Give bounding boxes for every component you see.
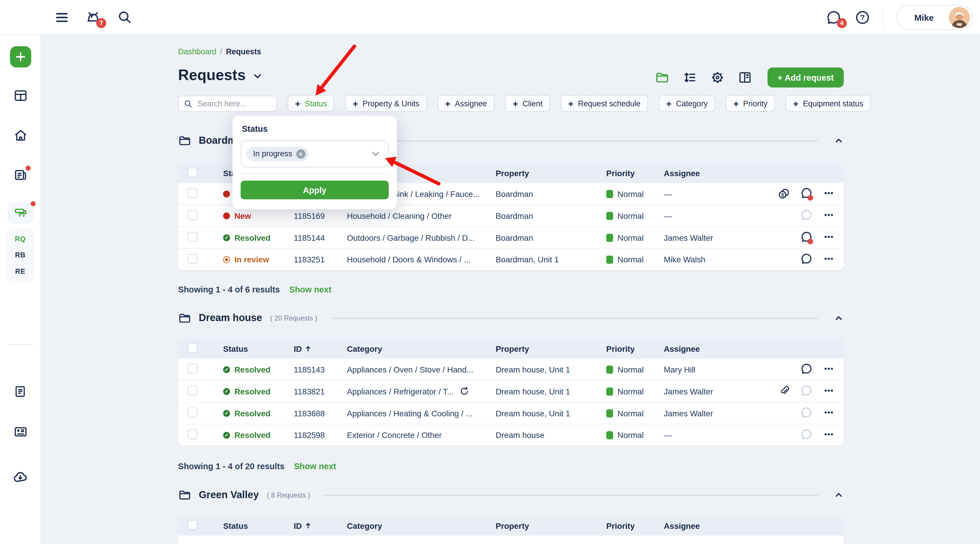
group-by-folder-icon[interactable] bbox=[655, 70, 670, 85]
chat-bubble-icon[interactable] bbox=[800, 210, 813, 222]
filter-chip-equipment-status[interactable]: +Equipment status bbox=[786, 95, 871, 112]
section-divider-line bbox=[325, 495, 818, 495]
filter-chip-priority[interactable]: +Priority bbox=[726, 95, 775, 112]
request-assignee: James Walter bbox=[651, 233, 736, 242]
row-actions-ellipsis-icon[interactable] bbox=[822, 210, 835, 222]
collapse-chevron-up-icon[interactable] bbox=[834, 490, 843, 500]
breadcrumb: Dashboard / Requests bbox=[178, 48, 844, 56]
paperclip-icon[interactable] bbox=[778, 385, 790, 398]
sidebar-item-home[interactable] bbox=[12, 127, 29, 144]
show-next-link[interactable]: Show next bbox=[289, 285, 331, 294]
table-row[interactable]: Resolved1183821Appliances / Refrigerator… bbox=[178, 380, 844, 402]
select-chevron-down-icon[interactable] bbox=[371, 149, 380, 159]
chat-bubble-icon[interactable] bbox=[800, 407, 813, 420]
messages-icon[interactable]: 4 bbox=[826, 9, 842, 25]
layout-panel-icon[interactable] bbox=[738, 70, 752, 85]
sidebar-item-dashboard[interactable] bbox=[12, 87, 29, 104]
row-checkbox[interactable] bbox=[188, 188, 197, 198]
row-actions-ellipsis-icon[interactable] bbox=[822, 385, 835, 398]
sort-icon[interactable] bbox=[682, 70, 697, 85]
column-header-id[interactable]: ID bbox=[279, 521, 332, 530]
sidebar-item-documents[interactable] bbox=[12, 383, 29, 399]
select-all-checkbox[interactable] bbox=[188, 167, 197, 177]
filter-chip-property-units[interactable]: +Property & Units bbox=[345, 95, 427, 112]
search-icon[interactable] bbox=[116, 9, 133, 25]
sidebar-item-downloads[interactable] bbox=[12, 469, 29, 485]
quick-add-button[interactable] bbox=[10, 46, 31, 67]
filter-chip-label: Equipment status bbox=[803, 99, 864, 108]
select-all-checkbox[interactable] bbox=[188, 343, 197, 353]
status-badge: Resolved bbox=[223, 409, 279, 418]
user-name: Mike bbox=[914, 12, 943, 22]
apply-button[interactable]: Apply bbox=[241, 181, 389, 199]
sidebar-shortcut-rq[interactable]: RQ bbox=[15, 235, 26, 242]
sidebar-shortcut-rb[interactable]: RB bbox=[15, 251, 25, 259]
table-row[interactable]: Resolved1185143Appliances / Oven / Stove… bbox=[178, 358, 844, 380]
priority-color-icon bbox=[606, 365, 613, 373]
sort-asc-icon bbox=[302, 521, 312, 530]
plus-icon: + bbox=[353, 99, 358, 108]
title-chevron-down-icon[interactable] bbox=[252, 71, 263, 82]
svg-text:$: $ bbox=[781, 192, 784, 198]
row-checkbox[interactable] bbox=[188, 210, 197, 220]
chat-bubble-icon[interactable] bbox=[800, 363, 813, 376]
row-actions-ellipsis-icon[interactable] bbox=[822, 429, 835, 441]
sidebar-item-contacts[interactable] bbox=[12, 424, 29, 440]
request-property: Boardman bbox=[482, 233, 594, 242]
breadcrumb-separator: / bbox=[220, 48, 222, 56]
sidebar-item-requests[interactable] bbox=[7, 202, 33, 224]
row-checkbox[interactable] bbox=[188, 407, 197, 417]
requests-notification-dot bbox=[30, 201, 35, 206]
filter-chip-client[interactable]: +Client bbox=[505, 95, 550, 112]
chat-bubble-icon[interactable] bbox=[800, 188, 813, 200]
alarm-icon[interactable]: 7 bbox=[85, 9, 102, 25]
table-row[interactable]: In review1183251Household / Doors & Wind… bbox=[178, 248, 844, 270]
row-checkbox[interactable] bbox=[188, 364, 197, 374]
column-header-id[interactable]: ID bbox=[279, 344, 332, 353]
table-row[interactable]: Resolved1183688Appliances / Heating & Co… bbox=[178, 402, 844, 424]
filter-chip-assignee[interactable]: +Assignee bbox=[438, 95, 495, 112]
chat-bubble-icon[interactable] bbox=[800, 253, 813, 266]
add-request-button[interactable]: + Add request bbox=[768, 67, 844, 87]
breadcrumb-dashboard-link[interactable]: Dashboard bbox=[178, 48, 216, 56]
column-header-priority: Priority bbox=[594, 344, 651, 353]
row-checkbox[interactable] bbox=[188, 232, 197, 242]
chat-bubble-icon[interactable] bbox=[800, 231, 813, 244]
results-footer-dream-house: Showing 1 - 4 of 20 results Show next bbox=[178, 462, 336, 471]
status-select[interactable]: In progress ✕ bbox=[241, 140, 389, 167]
svg-text:?: ? bbox=[860, 13, 865, 21]
plus-icon: + bbox=[666, 99, 672, 108]
request-category: Appliances / Refrigerator / T... bbox=[347, 387, 454, 396]
select-all-checkbox[interactable] bbox=[188, 520, 197, 530]
search-input[interactable] bbox=[196, 99, 272, 108]
filter-chip-label: Status bbox=[305, 99, 327, 108]
filter-chip-status[interactable]: +Status bbox=[288, 95, 334, 112]
coins-icon[interactable]: $ bbox=[778, 188, 790, 200]
help-icon[interactable]: ? bbox=[854, 9, 871, 25]
collapse-chevron-up-icon[interactable] bbox=[834, 135, 843, 145]
remove-status-icon[interactable]: ✕ bbox=[296, 149, 305, 158]
settings-gear-icon[interactable] bbox=[710, 70, 725, 85]
filter-chip-category[interactable]: +Category bbox=[659, 95, 715, 112]
sidebar-item-news[interactable] bbox=[12, 167, 29, 183]
row-actions-ellipsis-icon[interactable] bbox=[822, 253, 835, 266]
hamburger-menu-button[interactable] bbox=[54, 9, 70, 25]
row-actions-ellipsis-icon[interactable] bbox=[822, 363, 835, 376]
row-actions-ellipsis-icon[interactable] bbox=[822, 407, 835, 420]
chat-bubble-icon[interactable] bbox=[800, 385, 813, 398]
row-checkbox[interactable] bbox=[188, 429, 197, 439]
row-actions-ellipsis-icon[interactable] bbox=[822, 231, 835, 244]
table-row[interactable]: Resolved1182598Exterior / Concrete / Oth… bbox=[178, 424, 844, 445]
show-next-link[interactable]: Show next bbox=[294, 462, 336, 471]
collapse-chevron-up-icon[interactable] bbox=[834, 313, 843, 323]
filter-chip-request-schedule[interactable]: +Request schedule bbox=[561, 95, 648, 112]
row-actions-ellipsis-icon[interactable] bbox=[822, 188, 835, 200]
priority-label: Normal bbox=[617, 233, 644, 242]
status-popup-title: Status bbox=[242, 124, 389, 134]
row-checkbox[interactable] bbox=[188, 386, 197, 396]
row-checkbox[interactable] bbox=[188, 254, 197, 264]
sidebar-shortcut-re[interactable]: RE bbox=[15, 267, 25, 275]
table-row[interactable]: Resolved1185144Outdoors / Garbage / Rubb… bbox=[178, 226, 844, 248]
chat-bubble-icon[interactable] bbox=[800, 429, 813, 441]
user-menu-button[interactable]: Mike bbox=[896, 5, 972, 30]
